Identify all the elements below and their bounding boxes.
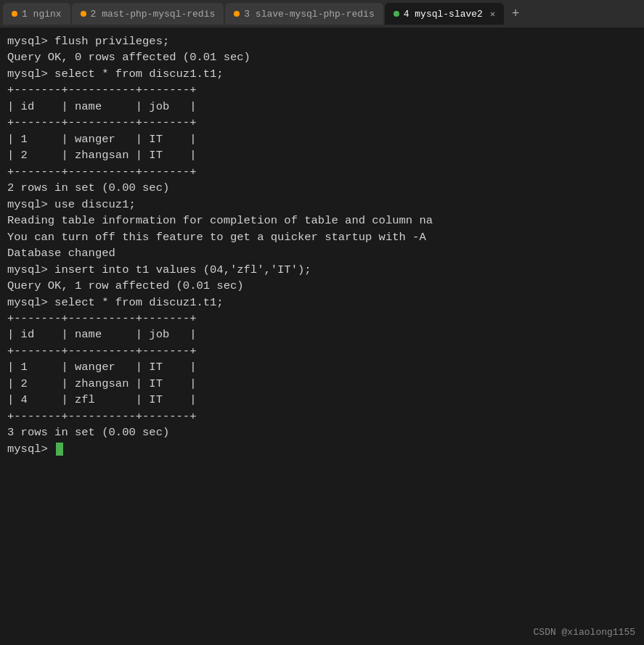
terminal-line: Query OK, 0 rows affected (0.01 sec) xyxy=(7,49,637,65)
tab-2-mast[interactable]: 2 mast-php-mysql-redis xyxy=(72,3,224,25)
watermark: CSDN @xiaolong1155 xyxy=(534,627,635,638)
terminal-line: mysql> select * from discuz1.t1; xyxy=(7,295,637,311)
terminal-line: | 1 | wanger | IT | xyxy=(7,131,637,147)
tab-4-label: 4 mysql-slave2 xyxy=(404,9,483,20)
tab-4-close-icon[interactable]: ✕ xyxy=(490,9,495,20)
terminal-line: +-------+----------+-------+ xyxy=(7,343,637,359)
terminal-line: mysql> xyxy=(7,441,637,457)
terminal-line: mysql> insert into t1 values (04,'zfl','… xyxy=(7,262,637,278)
terminal-line: +-------+----------+-------+ xyxy=(7,164,637,180)
terminal-line: Query OK, 1 row affected (0.01 sec) xyxy=(7,278,637,294)
tab-2-dot xyxy=(81,11,86,17)
tab-bar: 1 nginx 2 mast-php-mysql-redis 3 slave-m… xyxy=(0,0,644,28)
terminal-line: | 2 | zhangsan | IT | xyxy=(7,147,637,163)
terminal-cursor xyxy=(56,443,63,456)
terminal-line: | 2 | zhangsan | IT | xyxy=(7,376,637,392)
terminal-line: Database changed xyxy=(7,245,637,261)
terminal-line: +-------+----------+-------+ xyxy=(7,115,637,131)
tab-3-slave[interactable]: 3 slave-mysql-php-redis xyxy=(225,3,383,25)
terminal-line: +-------+----------+-------+ xyxy=(7,408,637,424)
terminal-line: | id | name | job | xyxy=(7,326,637,342)
tab-1-nginx[interactable]: 1 nginx xyxy=(3,3,70,25)
tab-2-label: 2 mast-php-mysql-redis xyxy=(91,9,216,20)
tab-add-button[interactable]: + xyxy=(505,4,526,24)
terminal-line: mysql> use discuz1; xyxy=(7,197,637,213)
tab-4-dot xyxy=(394,11,399,17)
tab-3-label: 3 slave-mysql-php-redis xyxy=(244,9,374,20)
terminal-line: mysql> select * from discuz1.t1; xyxy=(7,66,637,82)
terminal-line: 2 rows in set (0.00 sec) xyxy=(7,180,637,196)
terminal-line: 3 rows in set (0.00 sec) xyxy=(7,424,637,440)
terminal-line: | 4 | zfl | IT | xyxy=(7,392,637,408)
tab-1-dot xyxy=(12,11,17,17)
tab-3-dot xyxy=(234,11,240,17)
tab-4-mysql-slave2[interactable]: 4 mysql-slave2 ✕ xyxy=(385,3,504,25)
terminal-line: mysql> flush privileges; xyxy=(7,33,637,49)
terminal: mysql> flush privileges;Query OK, 0 rows… xyxy=(0,28,644,645)
tab-1-label: 1 nginx xyxy=(22,9,62,20)
terminal-line: You can turn off this feature to get a q… xyxy=(7,229,637,245)
terminal-line: +-------+----------+-------+ xyxy=(7,311,637,326)
terminal-line: Reading table information for completion… xyxy=(7,213,637,229)
terminal-line: +-------+----------+-------+ xyxy=(7,82,637,98)
terminal-line: | 1 | wanger | IT | xyxy=(7,359,637,375)
terminal-line: | id | name | job | xyxy=(7,99,637,115)
